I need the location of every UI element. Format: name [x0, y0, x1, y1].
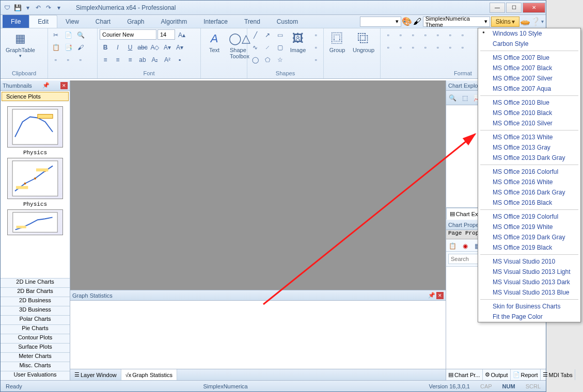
category-item[interactable]: User Evaluations [1, 371, 70, 380]
rect-icon[interactable]: ▭ [274, 29, 286, 41]
category-item[interactable]: Meter Charts [1, 352, 70, 362]
tab-custom[interactable]: Custom [269, 15, 306, 28]
align-left-icon[interactable]: ≡ [100, 54, 111, 66]
skin-menu-item[interactable]: MS Office 2007 Aqua [478, 84, 580, 94]
superscript-icon[interactable]: A² [162, 54, 173, 66]
format-painter-icon[interactable]: 🖌 [75, 42, 86, 53]
skin-menu-item[interactable]: MS Visual Studio 2010 [478, 256, 580, 267]
skin-menu-item[interactable]: MS Office 2013 Gray [478, 142, 580, 153]
skin-menu-item[interactable]: MS Visual Studio 2013 Dark [478, 277, 580, 287]
help-icon[interactable]: ❔ [531, 17, 540, 26]
skin-menu-item[interactable]: MS Office 2016 Black [478, 198, 580, 208]
tab-report[interactable]: 📄Report [511, 369, 541, 380]
thumbnail-item[interactable] [7, 209, 63, 235]
graphtable-button[interactable]: ▦ GraphTable ▾ [3, 29, 38, 59]
line-icon[interactable]: ╱ [249, 29, 261, 41]
pin-icon[interactable]: 📌 [42, 82, 50, 89]
font-size-combo[interactable]: 14 [157, 29, 175, 40]
category-item[interactable]: 2D Line Charts [1, 278, 70, 287]
maximize-button[interactable]: ☐ [506, 3, 522, 13]
category-item[interactable]: 2D Bar Charts [1, 287, 70, 297]
fmt8-icon[interactable]: ▫ [383, 42, 394, 53]
thumbnail-item[interactable] [7, 158, 63, 199]
ce-icon2[interactable]: ⬚ [460, 92, 471, 104]
tab-layer-window[interactable]: ☰Layer Window [70, 369, 121, 380]
fmt4-icon[interactable]: ▫ [420, 29, 431, 41]
fmt7-icon[interactable]: ▫ [457, 29, 468, 41]
category-item[interactable]: Contour Plots [1, 334, 70, 343]
fmt11-icon[interactable]: ▫ [420, 42, 431, 53]
skin-menu-item[interactable]: MS Office 2019 Black [478, 242, 580, 253]
canvas-area[interactable] [70, 80, 446, 290]
ellipse-icon[interactable]: ◯ [249, 54, 261, 66]
skin-menu-item[interactable]: MS Office 2010 Silver [478, 118, 580, 128]
fmt10-icon[interactable]: ▫ [407, 42, 419, 53]
redo-icon[interactable]: ↷ [44, 3, 53, 12]
zoom-icon[interactable]: 🔍 [447, 92, 459, 104]
bold-icon[interactable]: B [100, 42, 111, 53]
skin-menu-item[interactable]: MS Visual Studio 2013 Light [478, 267, 580, 277]
highlight-icon[interactable]: ▪ [174, 54, 185, 66]
image-button[interactable]: 🖼 Image [287, 29, 309, 54]
props-icon1[interactable]: 📋 [447, 240, 459, 252]
qat-dropdown-icon[interactable]: ▾ [23, 3, 33, 12]
sh2-icon[interactable]: ▫ [310, 42, 322, 53]
fmt12-icon[interactable]: ▫ [432, 42, 444, 53]
skin-menu-item[interactable]: MS Office 2019 Colorful [478, 211, 580, 222]
skin-menu-item[interactable]: MS Office 2010 Blue [478, 97, 580, 108]
copy2-icon[interactable]: 📑 [62, 42, 74, 53]
find-icon[interactable]: 🔍 [75, 29, 86, 41]
props-icon2[interactable]: ◉ [460, 240, 471, 252]
skin-menu-item[interactable]: MS Office 2016 Dark Gray [478, 187, 580, 198]
polyline-icon[interactable]: ⟋ [262, 42, 273, 53]
skin-menu-item[interactable]: Carbon Style [478, 39, 580, 49]
clip2-icon[interactable]: ▫ [62, 54, 74, 66]
fmt9-icon[interactable]: ▫ [395, 42, 406, 53]
tab-chart-pr[interactable]: ▤Chart Pr... [446, 369, 483, 380]
group-button[interactable]: ⿴ Group [326, 29, 349, 54]
sh1-icon[interactable]: ▫ [310, 29, 322, 41]
skin-menu-item[interactable]: MS Office 2019 White [478, 222, 580, 232]
close-panel-icon[interactable]: ✕ [436, 292, 444, 299]
skin-menu-item[interactable]: MS Office 2016 White [478, 177, 580, 187]
fmt1-icon[interactable]: ▫ [383, 29, 394, 41]
theme-combo[interactable]: SimplexNumerica Theme▾ [423, 17, 490, 27]
qat-more-icon[interactable]: ▾ [54, 3, 64, 12]
category-item[interactable]: Pie Charts [1, 324, 70, 334]
tab-view[interactable]: View [57, 15, 87, 28]
skin-menu-item[interactable]: MS Office 2007 Black [478, 63, 580, 73]
cut-icon[interactable]: ✂ [50, 29, 61, 41]
tab-edit[interactable]: Edit [29, 15, 57, 28]
thumb-category-tab[interactable]: Science Plots [2, 92, 69, 101]
thumbnail-item[interactable] [7, 106, 63, 148]
skin-menu-item[interactable]: MS Visual Studio 2013 Blue [478, 287, 580, 298]
close-button[interactable]: ✕ [523, 3, 545, 13]
save-icon[interactable]: 💾 [13, 3, 22, 12]
style-combo[interactable]: ▾ [360, 17, 401, 27]
font-name-combo[interactable]: Courier New [100, 29, 156, 40]
star-icon[interactable]: ☆ [274, 54, 286, 66]
brush-icon[interactable]: 🖌 [413, 17, 422, 26]
fmt13-icon[interactable]: ▫ [445, 42, 456, 53]
skins-button[interactable]: Skins▾ [491, 17, 519, 27]
curve-icon[interactable]: ∿ [249, 42, 261, 53]
tab-output[interactable]: ⚙Output [483, 369, 511, 380]
clear-format-icon[interactable]: A◇ [149, 42, 161, 53]
skin-menu-item[interactable]: MS Office 2007 Blue [478, 53, 580, 63]
skin-menu-item[interactable]: MS Office 2013 White [478, 132, 580, 142]
fmt14-icon[interactable]: ▫ [457, 42, 468, 53]
ungroup-button[interactable]: ⿻ Ungroup [350, 29, 377, 54]
palette-icon[interactable]: 🎨 [402, 17, 412, 26]
skin-menu-item[interactable]: Skin for Business Charts [478, 301, 580, 312]
roundrect-icon[interactable]: ▢ [274, 42, 286, 53]
tab-algorithm[interactable]: Algorithm [153, 15, 196, 28]
close-panel-icon[interactable]: ✕ [60, 82, 68, 89]
sh3-icon[interactable]: ▫ [310, 54, 322, 66]
strike-icon[interactable]: abc [137, 42, 148, 53]
category-item[interactable]: Surface Plots [1, 343, 70, 352]
fmt5-icon[interactable]: ▫ [432, 29, 444, 41]
align-right-icon[interactable]: ≡ [124, 54, 136, 66]
copy-icon[interactable]: 📄 [62, 29, 74, 41]
fmt2-icon[interactable]: ▫ [395, 29, 406, 41]
grow-font-icon[interactable]: A▴ [176, 29, 187, 41]
